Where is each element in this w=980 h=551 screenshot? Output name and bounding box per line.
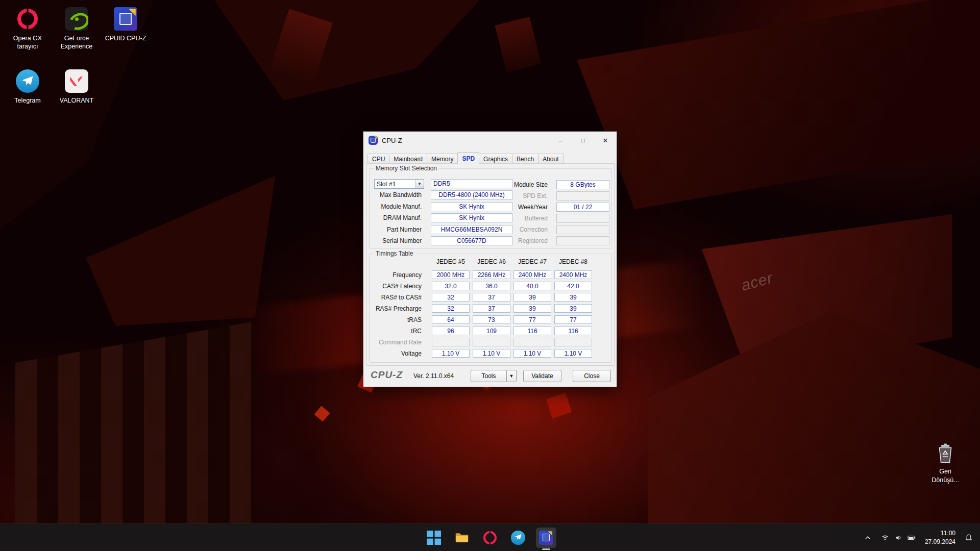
tab-strip: CPU Mainboard Memory SPD Graphics Bench …	[368, 152, 563, 164]
wallpaper-shape	[214, 0, 480, 122]
taskbar-opera-gx-button[interactable]	[480, 528, 500, 548]
clock-date: 27.09.2024	[925, 538, 955, 546]
column-header: JEDEC #6	[473, 258, 510, 265]
volume-icon	[894, 534, 902, 542]
wallpaper-shape	[15, 321, 255, 551]
telegram-icon	[511, 531, 525, 545]
window-title: CPU-Z	[382, 137, 549, 144]
table-cell: 2000 MHz	[432, 270, 470, 279]
start-button[interactable]	[424, 528, 444, 548]
desktop-icon-cpuz[interactable]: CPUID CPU-Z	[101, 4, 150, 66]
spd-ext-label: SPD Ext.	[495, 191, 550, 201]
module-size-label: Module Size	[495, 180, 550, 189]
file-explorer-icon	[455, 531, 469, 545]
notification-center-button[interactable]	[962, 528, 976, 548]
opera-gx-icon	[483, 531, 497, 545]
tab-memory[interactable]: Memory	[427, 154, 458, 164]
wallpaper-shape	[648, 311, 980, 551]
recycle-bin-label: Geri Dönüşü...	[929, 467, 962, 485]
bell-icon	[965, 534, 973, 542]
validate-button[interactable]: Validate	[523, 370, 561, 382]
tray-overflow-button[interactable]	[861, 528, 875, 548]
part-number-label: Part Number	[370, 225, 424, 234]
chevron-up-icon	[864, 534, 872, 542]
tras-label: tRAS	[370, 315, 424, 324]
maximize-button[interactable]: □	[572, 132, 594, 149]
table-cell: 39	[554, 293, 592, 302]
tab-graphics[interactable]: Graphics	[479, 154, 512, 164]
cpuz-titlebar[interactable]: CPU-Z – □ ✕	[363, 132, 617, 149]
tools-dropdown-button[interactable]: ▼	[506, 370, 517, 382]
tools-button[interactable]: Tools	[471, 370, 507, 382]
cpuz-icon	[114, 7, 137, 31]
memory-slot-selection-group: Memory Slot Selection Slot #1 ▼ DDR5 Mod…	[369, 168, 612, 249]
version-text: Ver. 2.11.0.x64	[413, 372, 454, 380]
buffered-label: Buffered	[495, 214, 550, 223]
window-footer: CPU-Z Ver. 2.11.0.x64 Tools ▼ Validate C…	[363, 365, 617, 387]
wifi-icon	[881, 534, 889, 542]
memory-slot-select[interactable]: Slot #1 ▼	[374, 179, 424, 189]
timings-table-group: Timings Table JEDEC #5 JEDEC #6 JEDEC #7…	[369, 254, 612, 363]
spd-tab-page: Memory Slot Selection Slot #1 ▼ DDR5 Mod…	[366, 163, 615, 366]
table-cell: 109	[473, 327, 510, 335]
cpuz-window: CPU-Z – □ ✕ CPU Mainboard Memory SPD Gra…	[363, 131, 617, 387]
table-cell: 39	[513, 293, 551, 302]
table-cell: 37	[473, 293, 510, 302]
taskbar-clock[interactable]: 11:00 27.09.2024	[922, 529, 959, 545]
table-cell: 77	[554, 315, 592, 324]
desktop-icon-valorant[interactable]: VALORANT	[52, 66, 101, 129]
desktop-icon-grid: Opera GX tarayıcı GeForce Experience CPU…	[3, 4, 150, 129]
chevron-down-icon[interactable]: ▼	[415, 180, 424, 188]
column-header: JEDEC #5	[432, 258, 470, 265]
table-cell: 40.0	[513, 282, 551, 290]
memory-slot-select-value: Slot #1	[375, 181, 415, 188]
table-cell: 32.0	[432, 282, 470, 290]
tab-mainboard[interactable]: Mainboard	[389, 154, 427, 164]
serial-number-label: Serial Number	[370, 236, 424, 245]
tab-cpu[interactable]: CPU	[368, 154, 389, 164]
table-cell: 32	[432, 293, 470, 302]
voltage-label: Voltage	[370, 349, 424, 358]
table-cell: 2400 MHz	[513, 270, 551, 279]
desktop-icon-label: GeForce Experience	[53, 34, 100, 51]
table-cell: 96	[432, 327, 470, 335]
table-cell: 1.10 V	[473, 349, 510, 358]
tab-spd[interactable]: SPD	[457, 152, 479, 164]
clock-time: 11:00	[925, 529, 955, 537]
minimize-button[interactable]: –	[549, 132, 572, 149]
spd-ext-field	[556, 191, 609, 201]
system-tray: 11:00 27.09.2024	[861, 524, 976, 551]
taskbar-explorer-button[interactable]	[452, 528, 472, 548]
desktop-icon-label: Opera GX tarayıcı	[4, 34, 51, 51]
close-button[interactable]: Close	[573, 370, 611, 382]
desktop-icon-opera-gx[interactable]: Opera GX tarayıcı	[3, 4, 52, 66]
table-cell	[473, 338, 510, 346]
taskbar-telegram-button[interactable]	[508, 528, 528, 548]
group-title: Memory Slot Selection	[374, 165, 439, 172]
table-cell: 64	[432, 315, 470, 324]
taskbar-center-icons	[424, 524, 556, 551]
trc-label: tRC	[370, 327, 424, 335]
week-year-field: 01 / 22	[556, 203, 609, 212]
table-cell: 39	[513, 304, 551, 313]
wallpaper-shape	[314, 406, 330, 422]
desktop-icon-telegram[interactable]: Telegram	[3, 66, 52, 129]
desktop-icon-geforce-experience[interactable]: GeForce Experience	[52, 4, 101, 66]
tab-bench[interactable]: Bench	[512, 154, 538, 164]
close-window-button[interactable]: ✕	[594, 132, 617, 149]
table-cell: 1.10 V	[432, 349, 470, 358]
registered-label: Registered	[495, 236, 550, 245]
windows-logo-icon	[427, 531, 441, 545]
taskbar-cpuz-button[interactable]	[536, 528, 556, 548]
table-cell: 2266 MHz	[473, 270, 510, 279]
desktop-icon-label: CPUID CPU-Z	[105, 34, 146, 42]
tray-network-volume-battery[interactable]	[878, 528, 919, 548]
valorant-icon	[65, 69, 88, 93]
desktop-icon-recycle-bin[interactable]: Geri Dönüşü...	[925, 443, 966, 485]
cpuz-window-icon	[369, 136, 378, 145]
table-cell: 37	[473, 304, 510, 313]
table-cell: 39	[554, 304, 592, 313]
table-cell: 116	[554, 327, 592, 335]
tab-about[interactable]: About	[538, 154, 563, 164]
dram-manuf-label: DRAM Manuf.	[370, 213, 424, 222]
